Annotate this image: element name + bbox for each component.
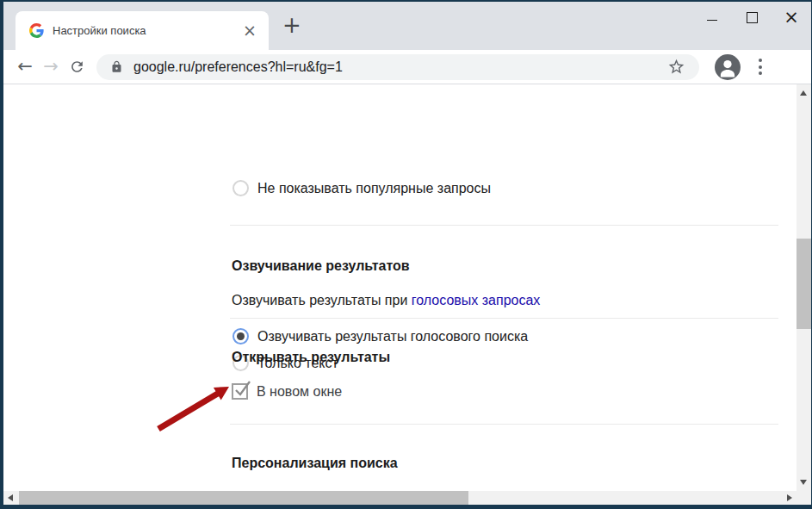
radio-option-no-popular-queries[interactable]: Не показывать популярные запросы: [232, 180, 491, 196]
lock-icon: [110, 60, 123, 73]
radio-option-label: Не показывать популярные запросы: [257, 181, 491, 196]
browser-tab[interactable]: Настройки поиска ×: [15, 11, 269, 50]
profile-avatar-icon[interactable]: [715, 54, 741, 80]
browser-toolbar: ← → google.ru/preferences?hl=ru&fg=1: [3, 50, 811, 84]
forward-button[interactable]: →: [38, 58, 64, 76]
voice-intro-text: Озвучивать результаты при: [232, 293, 412, 307]
scroll-right-arrow-icon[interactable]: [787, 494, 792, 501]
minimize-button[interactable]: [692, 2, 732, 33]
radio-option-label: Озвучивать результаты голосового поиска: [257, 329, 528, 345]
section-divider: [230, 424, 778, 425]
address-bar[interactable]: google.ru/preferences?hl=ru&fg=1: [96, 54, 699, 80]
tab-close-icon[interactable]: ×: [239, 22, 260, 39]
maximize-icon: [747, 12, 758, 23]
scrollbar-corner: [797, 491, 811, 505]
checkmark-icon: [232, 379, 253, 400]
page-content: Не показывать популярные запросы Озвучив…: [3, 84, 811, 491]
open-results-heading: Открывать результаты: [232, 350, 390, 365]
browser-menu-button[interactable]: [747, 59, 773, 74]
personalization-heading: Персонализация поиска: [232, 456, 398, 471]
vertical-scrollbar[interactable]: [797, 84, 811, 491]
back-button[interactable]: ←: [12, 58, 38, 76]
minimize-icon: [707, 20, 717, 21]
checkbox-option-new-window[interactable]: В новом окне: [232, 383, 342, 400]
red-annotation-arrow: [152, 379, 234, 436]
tab-strip: Настройки поиска × + ×: [3, 2, 811, 50]
checkbox-label: В новом окне: [257, 384, 342, 400]
screenshot-frame: Настройки поиска × + × ← → google.ru/pre…: [0, 0, 812, 509]
scroll-left-arrow-icon[interactable]: [8, 494, 13, 501]
person-icon: [715, 54, 741, 80]
section-divider: [230, 318, 778, 319]
reload-button[interactable]: [64, 59, 90, 75]
voice-section-intro: Озвучивать результаты при голосовых запр…: [232, 293, 540, 308]
radio-option-voice-results[interactable]: Озвучивать результаты голосового поиска: [232, 328, 528, 345]
new-tab-button[interactable]: +: [282, 14, 301, 36]
browser-window: Настройки поиска × + × ← → google.ru/pre…: [3, 2, 811, 505]
radio-selected-icon[interactable]: [232, 328, 249, 345]
voice-queries-link[interactable]: голосовых запросах: [412, 293, 541, 307]
google-favicon-icon: [29, 23, 44, 38]
horizontal-scrollbar[interactable]: [3, 491, 811, 505]
radio-unselected-icon[interactable]: [232, 180, 249, 196]
tab-title: Настройки поиска: [53, 24, 239, 37]
voice-section-heading: Озвучивание результатов: [232, 258, 410, 274]
vertical-scrollbar-thumb[interactable]: [797, 239, 811, 329]
section-divider: [230, 225, 778, 226]
window-controls: ×: [692, 2, 811, 36]
scroll-up-arrow-icon[interactable]: [800, 90, 807, 96]
maximize-button[interactable]: [732, 2, 772, 33]
menu-icon: [759, 59, 762, 62]
bookmark-star-icon[interactable]: [667, 58, 685, 76]
close-window-button[interactable]: ×: [772, 2, 811, 33]
url-text[interactable]: google.ru/preferences?hl=ru&fg=1: [133, 59, 667, 75]
horizontal-scrollbar-thumb[interactable]: [19, 491, 468, 505]
reload-icon: [69, 59, 85, 75]
close-icon: ×: [784, 9, 799, 26]
scroll-down-arrow-icon[interactable]: [800, 480, 807, 485]
